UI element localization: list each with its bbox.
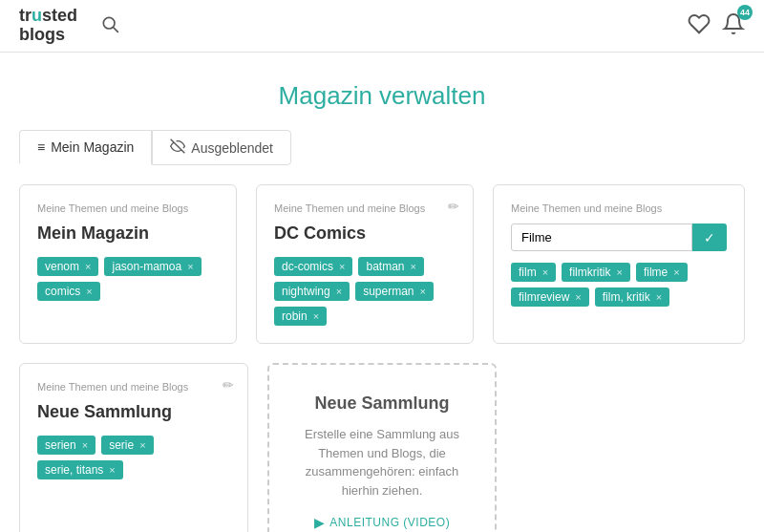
header: trusted blogs 44	[0, 0, 764, 53]
edit-icon-dc[interactable]: ✏	[448, 199, 459, 214]
tag-jason-mamoa-close[interactable]: ×	[187, 261, 193, 272]
tag-filmreview-text: filmreview	[519, 290, 569, 304]
logo-blogs: blogs	[19, 26, 77, 45]
tag-superman-text: superman	[363, 285, 414, 298]
logo-trusted: trusted	[19, 7, 77, 26]
tabs-area: ≡ Mein Magazin Ausgeblendet	[0, 130, 764, 184]
card-title-neue: Neue Sammlung	[37, 402, 230, 422]
new-collection-dropzone[interactable]: Neue Sammlung Erstelle eine Sammlung aus…	[267, 363, 497, 532]
card-label-1: Meine Themen und meine Blogs	[37, 202, 219, 214]
tag-batman[interactable]: batman ×	[358, 257, 423, 276]
tag-serien[interactable]: serien ×	[37, 436, 96, 455]
tab-mein-magazin[interactable]: ≡ Mein Magazin	[19, 130, 152, 165]
tag-film-kritik-close[interactable]: ×	[656, 291, 662, 303]
tag-serie[interactable]: serie ×	[101, 436, 153, 455]
tutorial-label: ANLEITUNG (VIDEO)	[329, 516, 450, 529]
tag-nightwing-close[interactable]: ×	[336, 286, 342, 297]
svg-line-1	[114, 27, 118, 32]
tag-venom-close[interactable]: ×	[85, 261, 91, 272]
mein-magazin-card: Meine Themen und meine Blogs Mein Magazi…	[19, 184, 237, 344]
tag-film-text: film	[519, 266, 537, 279]
tags-dc-comics: dc-comics × batman × nightwing × superma…	[274, 257, 456, 326]
edit-icon-neue[interactable]: ✏	[223, 377, 234, 393]
card-title-2: DC Comics	[274, 223, 456, 244]
tab-mein-magazin-icon: ≡	[37, 139, 45, 155]
tag-filme-close[interactable]: ×	[673, 266, 679, 278]
main-content-grid: Meine Themen und meine Blogs Mein Magazi…	[0, 184, 764, 363]
tag-batman-close[interactable]: ×	[410, 261, 415, 272]
tag-comics-text: comics	[45, 285, 80, 298]
filme-search-confirm[interactable]: ✓	[692, 223, 727, 251]
tag-dc-comics[interactable]: dc-comics ×	[274, 257, 352, 276]
page-title-area: Magazin verwalten	[0, 53, 764, 130]
dc-comics-card: Meine Themen und meine Blogs DC Comics ✏…	[256, 184, 474, 344]
bottom-right-empty	[516, 363, 745, 532]
tag-serie-titans-close[interactable]: ×	[109, 464, 115, 476]
tag-venom-text: venom	[45, 260, 79, 273]
tag-film-close[interactable]: ×	[542, 266, 548, 278]
tab-ausgeblendet-label: Ausgeblendet	[191, 140, 273, 156]
tag-film-kritik-text: film, kritik	[603, 290, 650, 304]
new-collection-description: Erstelle eine Sammlung aus Themen und Bl…	[286, 425, 478, 500]
tag-nightwing[interactable]: nightwing ×	[274, 282, 350, 301]
tag-dc-comics-text: dc-comics	[282, 260, 333, 273]
tags-neue-sammlung: serien × serie × serie, titans ×	[37, 436, 230, 479]
tag-filmkritik-close[interactable]: ×	[616, 266, 622, 278]
heart-icon[interactable]	[688, 12, 711, 40]
tag-comics[interactable]: comics ×	[37, 282, 100, 301]
tag-superman[interactable]: superman ×	[355, 282, 434, 301]
tag-filme[interactable]: filme ×	[636, 263, 688, 282]
tag-venom[interactable]: venom ×	[37, 257, 98, 276]
search-button[interactable]	[96, 11, 123, 42]
filme-search-input[interactable]	[511, 223, 692, 251]
tab-mein-magazin-label: Mein Magazin	[51, 139, 134, 155]
tag-comics-close[interactable]: ×	[86, 286, 92, 297]
tag-robin-text: robin	[282, 309, 308, 323]
tutorial-link[interactable]: ▶ ANLEITUNG (VIDEO)	[314, 515, 450, 530]
tags-mein-magazin: venom × jason-mamoa × comics ×	[37, 257, 219, 301]
new-collection-title: Neue Sammlung	[314, 394, 449, 414]
tag-dc-comics-close[interactable]: ×	[339, 261, 345, 272]
header-right: 44	[688, 12, 745, 40]
page-title: Magazin verwalten	[19, 81, 745, 111]
tag-serie-close[interactable]: ×	[139, 439, 145, 451]
tag-filmkritik[interactable]: filmkritik ×	[562, 263, 630, 282]
bottom-row: Meine Themen und meine Blogs Neue Sammlu…	[0, 363, 764, 532]
tag-serien-text: serien	[45, 438, 76, 452]
tag-jason-mamoa[interactable]: jason-mamoa ×	[104, 257, 201, 276]
card-label-2: Meine Themen und meine Blogs	[274, 202, 456, 214]
tag-serie-text: serie	[109, 438, 134, 452]
notification-bell-icon[interactable]: 44	[722, 12, 745, 40]
tag-robin[interactable]: robin ×	[274, 307, 327, 326]
header-left: trusted blogs	[19, 7, 123, 45]
tag-serie-titans[interactable]: serie, titans ×	[37, 460, 123, 479]
card-label-3: Meine Themen und meine Blogs	[511, 202, 727, 214]
tag-film-kritik[interactable]: film, kritik ×	[595, 287, 669, 307]
tag-filmreview-close[interactable]: ×	[575, 291, 581, 303]
logo: trusted blogs	[19, 7, 77, 45]
tutorial-play-icon: ▶	[314, 515, 326, 530]
tag-filme-text: filme	[644, 266, 668, 279]
card-title-1: Mein Magazin	[37, 223, 219, 244]
tab-ausgeblendet[interactable]: Ausgeblendet	[152, 130, 291, 165]
tag-film[interactable]: film ×	[511, 263, 556, 282]
tag-robin-close[interactable]: ×	[313, 310, 319, 322]
tag-filmreview[interactable]: filmreview ×	[511, 287, 589, 307]
neue-sammlung-card: Meine Themen und meine Blogs Neue Sammlu…	[19, 363, 248, 532]
notification-badge: 44	[737, 5, 753, 20]
card-label-neue: Meine Themen und meine Blogs	[37, 381, 230, 393]
filme-search-row: ✓	[511, 223, 727, 251]
tag-serien-close[interactable]: ×	[82, 439, 88, 451]
tag-batman-text: batman	[366, 260, 404, 273]
tag-nightwing-text: nightwing	[282, 285, 330, 298]
tag-filmkritik-text: filmkritik	[569, 266, 610, 279]
tag-serie-titans-text: serie, titans	[45, 463, 103, 477]
tab-ausgeblendet-icon	[170, 138, 185, 157]
filme-card: Meine Themen und meine Blogs ✓ film × fi…	[493, 184, 745, 344]
tag-jason-mamoa-text: jason-mamoa	[112, 260, 181, 273]
tags-filme: film × filmkritik × filme × filmreview ×…	[511, 263, 727, 307]
tag-superman-close[interactable]: ×	[420, 286, 426, 297]
